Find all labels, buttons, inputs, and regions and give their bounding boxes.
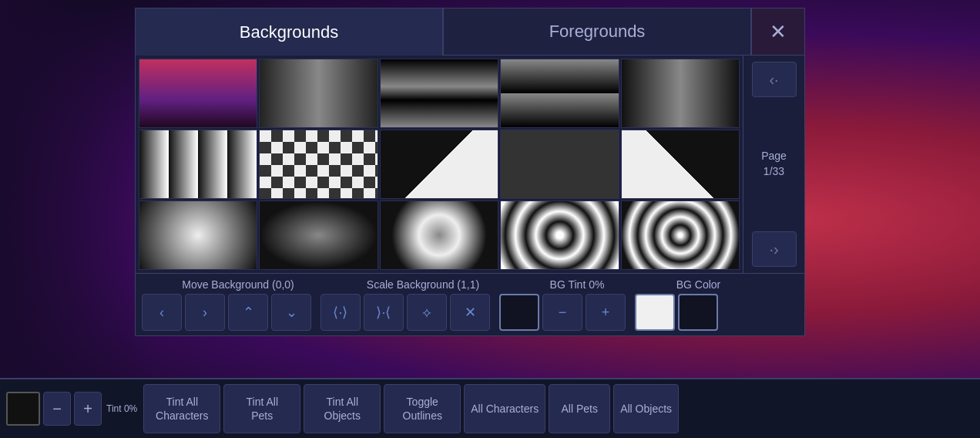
bg-thumbnail-3[interactable] <box>380 59 498 128</box>
all-pets-button[interactable]: All Pets <box>549 384 610 433</box>
bg-thumbnail-13[interactable] <box>380 200 498 270</box>
bg-thumbnail-1[interactable] <box>139 59 257 128</box>
scale-compress-button[interactable]: ⟩·⟨ <box>364 294 404 331</box>
bottom-bar: − + Tint 0% Tint AllCharacters Tint AllP… <box>0 378 980 438</box>
bg-thumbnail-12[interactable] <box>259 200 378 270</box>
bg-thumbnail-10[interactable] <box>621 130 740 199</box>
close-icon: ✕ <box>770 20 787 44</box>
close-button[interactable]: ✕ <box>751 8 805 56</box>
page-value: 1/33 <box>761 164 787 180</box>
tab-foregrounds-label: Foregrounds <box>549 22 646 42</box>
bottom-tint-decrease[interactable]: − <box>43 392 71 426</box>
tint-all-objects-button[interactable]: Tint AllObjects <box>304 384 381 433</box>
bg-thumbnail-14[interactable] <box>500 200 619 270</box>
grid-area: ‹· Page 1/33 ·› <box>135 56 805 274</box>
tint-all-pets-label: Tint AllPets <box>247 395 279 423</box>
move-down-button[interactable]: ⌄ <box>271 294 311 331</box>
scale-reset-icon: ✕ <box>465 304 476 321</box>
main-panel: Backgrounds Foregrounds ✕ <box>135 8 805 336</box>
move-left-button[interactable]: ‹ <box>142 294 182 331</box>
all-objects-button[interactable]: All Objects <box>613 384 679 433</box>
bg-thumbnail-6[interactable] <box>139 130 257 199</box>
page-label: Page <box>761 149 787 164</box>
toggle-outlines-button[interactable]: ToggleOutlines <box>384 384 461 433</box>
bg-thumbnail-5[interactable] <box>621 59 740 128</box>
page-info: Page 1/33 <box>761 149 787 179</box>
bottom-plus-icon: + <box>83 400 92 418</box>
bg-color-dark-swatch[interactable] <box>678 294 718 331</box>
control-bar: Move Background (0,0) Scale Background (… <box>135 274 805 336</box>
move-right-button[interactable]: › <box>185 294 225 331</box>
tint-swatch[interactable] <box>499 294 539 331</box>
arrow-right-icon: › <box>203 305 207 321</box>
scale-up-icon: ⟡ <box>422 305 431 321</box>
scale-h-icon: ⟨·⟩ <box>333 304 347 321</box>
tint-all-objects-label: Tint AllObjects <box>324 395 361 423</box>
scale-up-button[interactable]: ⟡ <box>407 294 447 331</box>
plus-icon: + <box>602 305 610 321</box>
minus-icon: − <box>559 305 567 321</box>
tint-decrease-button[interactable]: − <box>542 294 582 331</box>
arrow-down-icon: ⌄ <box>286 304 297 321</box>
control-labels-row: Move Background (0,0) Scale Background (… <box>142 278 798 291</box>
bg-color-white-swatch[interactable] <box>635 294 675 331</box>
tint-all-characters-label: Tint AllCharacters <box>156 395 208 423</box>
scale-label: Scale Background (1,1) <box>334 278 512 291</box>
arrow-left-icon: ‹ <box>159 305 164 321</box>
all-pets-label: All Pets <box>561 402 597 416</box>
tint-label: BG Tint 0% <box>512 278 643 291</box>
bottom-tint-increase[interactable]: + <box>74 392 102 426</box>
bottom-tint-label: Tint 0% <box>106 403 137 414</box>
move-up-button[interactable]: ⌃ <box>228 294 268 331</box>
all-characters-label: All Characters <box>471 402 539 416</box>
move-label: Move Background (0,0) <box>142 278 334 291</box>
toggle-outlines-label: ToggleOutlines <box>403 395 442 423</box>
control-buttons-row: ‹ › ⌃ ⌄ ⟨·⟩ ⟩·⟨ ⟡ ✕ <box>142 294 798 331</box>
prev-page-button[interactable]: ‹· <box>752 62 797 97</box>
scale-horizontal-button[interactable]: ⟨·⟩ <box>321 294 361 331</box>
background-grid <box>136 56 743 273</box>
next-page-button[interactable]: ·› <box>752 231 797 267</box>
all-objects-label: All Objects <box>620 402 672 416</box>
bg-thumbnail-7[interactable] <box>259 130 378 199</box>
all-characters-button[interactable]: All Characters <box>464 384 545 433</box>
scale-compress-icon: ⟩·⟨ <box>376 304 391 321</box>
tab-backgrounds-label: Backgrounds <box>240 22 338 42</box>
tab-foregrounds[interactable]: Foregrounds <box>443 8 751 56</box>
scale-reset-button[interactable]: ✕ <box>450 294 490 331</box>
tint-all-characters-button[interactable]: Tint AllCharacters <box>143 384 220 433</box>
chevron-left-icon: ‹· <box>769 71 778 89</box>
arrow-up-icon: ⌃ <box>243 304 254 321</box>
bottom-minus-icon: − <box>52 400 62 418</box>
color-label: BG Color <box>643 278 754 291</box>
bg-thumbnail-4[interactable] <box>500 59 619 128</box>
chevron-right-icon: ·› <box>769 241 778 258</box>
bg-thumbnail-9[interactable] <box>500 130 619 199</box>
bg-thumbnail-2[interactable] <box>259 59 378 128</box>
bg-thumbnail-11[interactable] <box>139 200 257 270</box>
bg-thumbnail-8[interactable] <box>380 130 498 199</box>
bottom-tint-swatch[interactable] <box>6 392 40 426</box>
tab-backgrounds[interactable]: Backgrounds <box>135 8 443 56</box>
tab-bar: Backgrounds Foregrounds ✕ <box>135 8 805 56</box>
bg-thumbnail-15[interactable] <box>621 200 740 270</box>
tint-increase-button[interactable]: + <box>586 294 626 331</box>
grid-sidebar: ‹· Page 1/33 ·› <box>743 56 804 273</box>
tint-all-pets-button[interactable]: Tint AllPets <box>223 384 300 433</box>
